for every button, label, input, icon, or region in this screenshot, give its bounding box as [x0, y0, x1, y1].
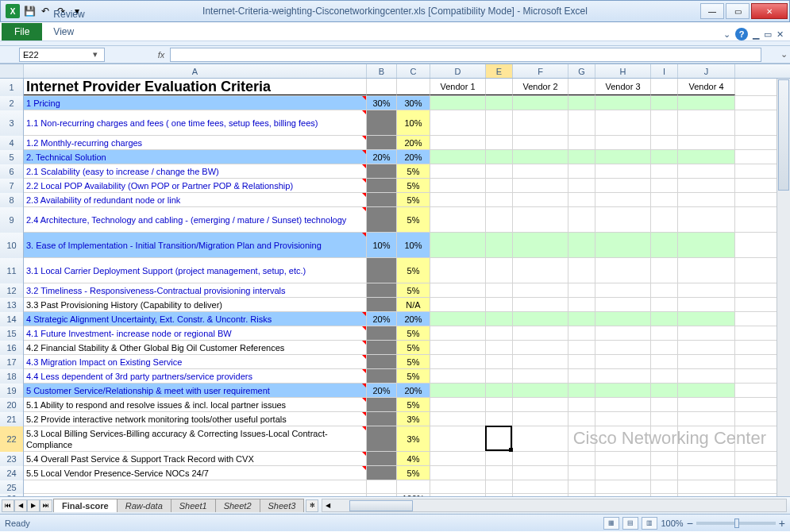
- cell-J2[interactable]: [678, 96, 735, 110]
- formula-input[interactable]: [170, 48, 761, 62]
- close-button[interactable]: ✕: [751, 3, 788, 19]
- cell-C17[interactable]: 5%: [397, 355, 430, 368]
- row-header-15[interactable]: 15: [0, 326, 24, 341]
- cell-G14[interactable]: [568, 312, 595, 326]
- cell-F10[interactable]: [513, 233, 568, 257]
- cell-J21[interactable]: [678, 412, 735, 426]
- cell-E12[interactable]: [486, 283, 513, 297]
- cell-E18[interactable]: [486, 369, 513, 383]
- cell-D21[interactable]: [430, 412, 486, 426]
- cell-I26[interactable]: [651, 494, 678, 496]
- cell-F8[interactable]: [513, 193, 568, 206]
- cell-I16[interactable]: [651, 341, 678, 354]
- cell-G18[interactable]: [568, 369, 595, 383]
- cell-A26[interactable]: [24, 494, 367, 496]
- name-box[interactable]: E22 ▾: [19, 48, 105, 62]
- cell-J1[interactable]: Vendor 4: [678, 79, 735, 95]
- cell-J3[interactable]: [678, 110, 735, 135]
- cell-I1[interactable]: [651, 79, 678, 95]
- cell-I24[interactable]: [651, 466, 678, 480]
- cell-I8[interactable]: [651, 193, 678, 206]
- cell-B18[interactable]: [367, 369, 397, 383]
- cell-A20[interactable]: 5.1 Ability to respond and resolve issue…: [24, 398, 367, 411]
- save-icon[interactable]: 💾: [23, 5, 36, 17]
- cell-J16[interactable]: [678, 341, 735, 354]
- doc-restore-icon[interactable]: ▭: [764, 29, 772, 40]
- cell-D25[interactable]: [430, 480, 486, 493]
- cell-G15[interactable]: [568, 326, 595, 340]
- sheet-nav-last-icon[interactable]: ⏭: [40, 499, 52, 512]
- cell-D9[interactable]: [430, 207, 486, 232]
- cell-A8[interactable]: 2.3 Availability of redundant node or li…: [24, 193, 367, 206]
- row-header-13[interactable]: 13: [0, 298, 24, 312]
- cell-C11[interactable]: 5%: [397, 258, 430, 283]
- cell-F15[interactable]: [513, 326, 568, 340]
- cell-B15[interactable]: [367, 326, 397, 340]
- column-header-E[interactable]: E: [486, 64, 513, 78]
- cell-J18[interactable]: [678, 369, 735, 383]
- cell-F22[interactable]: [513, 426, 568, 451]
- cell-F20[interactable]: [513, 398, 568, 411]
- cell-F26[interactable]: [513, 494, 568, 496]
- minimize-button[interactable]: —: [700, 3, 724, 19]
- cell-J6[interactable]: [678, 164, 735, 178]
- cell-E1[interactable]: [486, 79, 513, 95]
- cell-G9[interactable]: [568, 207, 595, 232]
- cell-H8[interactable]: [595, 193, 651, 206]
- cell-C19[interactable]: 20%: [397, 384, 430, 397]
- cell-A6[interactable]: 2.1 Scalability (easy to increase / chan…: [24, 164, 367, 178]
- cell-H15[interactable]: [595, 326, 651, 340]
- cell-B8[interactable]: [367, 193, 397, 206]
- cell-C22[interactable]: 3%: [397, 426, 430, 451]
- row-header-7[interactable]: 7: [0, 179, 24, 193]
- cell-B24[interactable]: [367, 466, 397, 480]
- spreadsheet-grid[interactable]: ABCDEFGHIJ 1Internet Provider Evaluation…: [0, 64, 790, 496]
- cell-G16[interactable]: [568, 341, 595, 354]
- cell-A22[interactable]: 5.3 Local Billing Services-Billing accur…: [24, 426, 367, 451]
- row-header-23[interactable]: 23: [0, 452, 24, 466]
- cell-G1[interactable]: [568, 79, 595, 95]
- doc-close-icon[interactable]: ✕: [777, 29, 784, 40]
- zoom-level[interactable]: 100%: [661, 519, 683, 528]
- cell-I10[interactable]: [651, 233, 678, 257]
- cell-D2[interactable]: [430, 96, 486, 110]
- cell-D10[interactable]: [430, 233, 486, 257]
- cell-H9[interactable]: [595, 207, 651, 232]
- cell-H17[interactable]: [595, 355, 651, 368]
- cell-F7[interactable]: [513, 179, 568, 192]
- zoom-out-button[interactable]: −: [687, 517, 693, 530]
- cell-A3[interactable]: 1.1 Non-recurring charges and fees ( one…: [24, 110, 367, 135]
- cell-D20[interactable]: [430, 398, 486, 411]
- cell-C23[interactable]: 4%: [397, 452, 430, 465]
- sheet-nav-first-icon[interactable]: ⏮: [2, 499, 14, 512]
- column-header-A[interactable]: A: [24, 64, 367, 78]
- cell-I11[interactable]: [651, 258, 678, 283]
- row-header-21[interactable]: 21: [0, 412, 24, 426]
- cell-E20[interactable]: [486, 398, 513, 411]
- cell-F24[interactable]: [513, 466, 568, 480]
- cell-G24[interactable]: [568, 466, 595, 480]
- zoom-in-button[interactable]: +: [779, 517, 785, 530]
- cell-D14[interactable]: [430, 312, 486, 326]
- row-header-14[interactable]: 14: [0, 312, 24, 326]
- row-header-3[interactable]: 3: [0, 110, 24, 136]
- cell-B3[interactable]: [367, 110, 397, 135]
- cell-D1[interactable]: Vendor 1: [430, 79, 486, 95]
- cell-F6[interactable]: [513, 164, 568, 178]
- cell-H23[interactable]: [595, 452, 651, 465]
- cell-I15[interactable]: [651, 326, 678, 340]
- column-header-I[interactable]: I: [651, 64, 678, 78]
- cell-I5[interactable]: [651, 150, 678, 164]
- cell-G22[interactable]: [568, 426, 595, 451]
- cell-G6[interactable]: [568, 164, 595, 178]
- cell-F2[interactable]: [513, 96, 568, 110]
- cell-H20[interactable]: [595, 398, 651, 411]
- row-header-9[interactable]: 9: [0, 207, 24, 233]
- cell-D7[interactable]: [430, 179, 486, 192]
- cell-B22[interactable]: [367, 426, 397, 451]
- maximize-button[interactable]: ▭: [726, 3, 750, 19]
- cell-E7[interactable]: [486, 179, 513, 192]
- cell-B13[interactable]: [367, 298, 397, 311]
- column-header-B[interactable]: B: [367, 64, 397, 78]
- cell-C8[interactable]: 5%: [397, 193, 430, 206]
